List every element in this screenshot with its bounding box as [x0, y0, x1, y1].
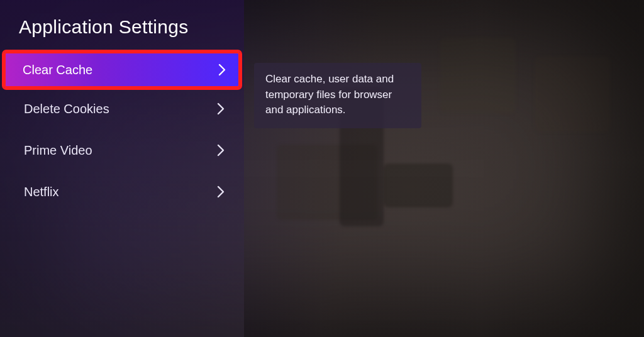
selection-description: Clear cache, user data and temporary fil… — [254, 63, 421, 128]
menu-item-label: Prime Video — [24, 143, 92, 158]
chevron-right-icon — [216, 143, 225, 158]
chevron-right-icon — [218, 62, 226, 77]
menu-item-label: Clear Cache — [23, 63, 92, 77]
chevron-right-icon — [216, 184, 225, 199]
settings-menu: Clear Cache Delete Cookies Prime Video N… — [0, 52, 244, 213]
settings-sidebar: Application Settings Clear Cache Delete … — [0, 0, 244, 337]
menu-item-prime-video[interactable]: Prime Video — [5, 132, 239, 168]
description-text: Clear cache, user data and temporary fil… — [265, 73, 394, 116]
menu-item-netflix[interactable]: Netflix — [5, 174, 239, 210]
menu-item-delete-cookies[interactable]: Delete Cookies — [5, 91, 239, 127]
page-title: Application Settings — [0, 0, 244, 52]
menu-item-clear-cache[interactable]: Clear Cache — [4, 52, 240, 88]
chevron-right-icon — [216, 101, 225, 116]
menu-item-label: Netflix — [24, 185, 59, 199]
menu-item-label: Delete Cookies — [24, 102, 109, 116]
